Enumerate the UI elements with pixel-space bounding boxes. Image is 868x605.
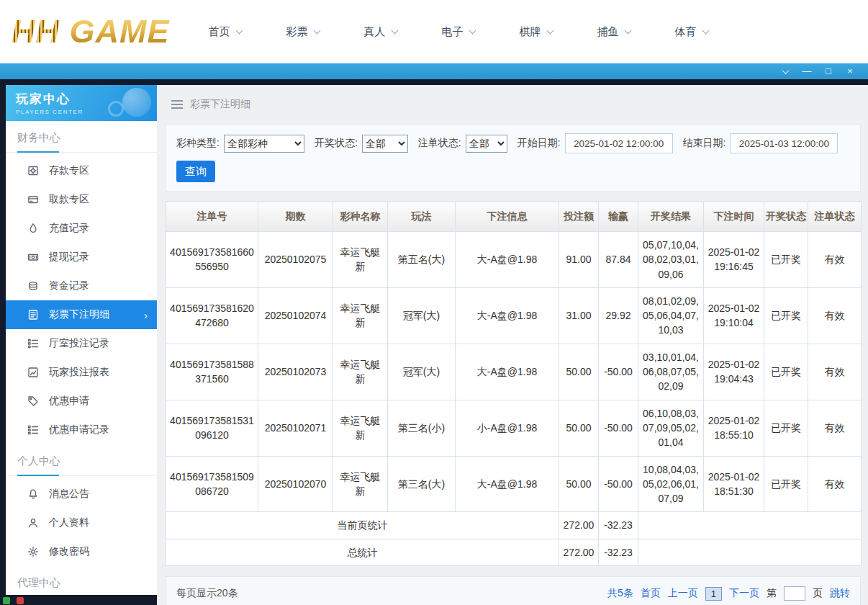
menu-icon[interactable] — [171, 100, 183, 109]
cell-bet-time: 2025-01-02 19:16:45 — [704, 232, 764, 288]
sidebar-item-funds-record[interactable]: 资金记录 — [6, 272, 157, 300]
bell-icon — [27, 488, 39, 500]
sidebar-item-player-bet-report[interactable]: 玩家投注报表 — [6, 358, 157, 387]
bet-table: 注单号 期数 彩种名称 玩法 下注信息 投注额 输赢 开奖结果 下注时间 开奖状… — [166, 201, 862, 566]
cell-result: 06,10,08,03,07,09,05,02,01,04 — [638, 400, 704, 456]
nav-label: 体育 — [675, 25, 697, 39]
cell-bet-info: 大-A盘@1.98 — [456, 232, 559, 288]
sidebar-item-label: 消息公告 — [49, 488, 89, 501]
sidebar-item-label: 优惠申请 — [49, 395, 89, 408]
summary-empty — [638, 512, 862, 539]
sidebar-item-withdraw[interactable]: 取款专区 — [6, 185, 157, 214]
cell-draw-status: 已开奖 — [764, 400, 808, 456]
cell-play: 第三名(小) — [388, 400, 456, 456]
nav-item-board-games[interactable]: 棋牌 — [520, 25, 553, 39]
sidebar-item-promo-apply-record[interactable]: 优惠申请记录 — [6, 416, 157, 444]
taskbar-icon-green[interactable] — [3, 597, 10, 604]
col-result: 开奖结果 — [638, 202, 704, 232]
cell-order-status: 有效 — [808, 400, 862, 456]
maximize-button[interactable]: □ — [818, 63, 839, 79]
cell-lottery: 幸运飞艇新 — [333, 456, 388, 512]
table-header-row: 注单号 期数 彩种名称 玩法 下注信息 投注额 输赢 开奖结果 下注时间 开奖状… — [166, 202, 862, 232]
personal-menu: 消息公告 个人资料 修改密码 — [6, 476, 157, 566]
col-lottery: 彩种名称 — [333, 202, 388, 232]
coins-icon — [27, 280, 39, 292]
sidebar-item-recharge-record[interactable]: 充值记录 — [6, 214, 157, 243]
section-heading-agent: 代理中心 — [6, 576, 157, 595]
cell-order-no: 401569173581531096120 — [166, 400, 258, 456]
start-date-input[interactable] — [565, 133, 673, 153]
sidebar-item-profile[interactable]: 个人资料 — [6, 508, 157, 537]
draw-status-select[interactable]: 全部 — [362, 135, 408, 153]
collapse-button[interactable] — [774, 63, 796, 79]
chevron-down-icon — [702, 27, 709, 34]
nav-item-live[interactable]: 真人 — [364, 25, 397, 39]
sidebar-item-announcements[interactable]: 消息公告 — [6, 480, 157, 508]
logo[interactable]: HH GAME — [12, 13, 170, 50]
first-page-link[interactable]: 首页 — [641, 587, 661, 600]
close-button[interactable]: × — [839, 63, 861, 79]
cell-order-no: 401569173581509086720 — [166, 456, 258, 512]
nav-item-lottery[interactable]: 彩票 — [286, 25, 320, 39]
chevron-down-icon — [391, 27, 398, 34]
jump-page-input[interactable] — [784, 586, 805, 601]
nav-item-electronic[interactable]: 电子 — [442, 25, 475, 39]
col-order-no: 注单号 — [166, 202, 258, 232]
chevron-down-icon — [235, 27, 243, 34]
sidebar-item-lottery-bet-detail[interactable]: 彩票下注明细› — [6, 300, 157, 329]
summary-win-loss: -32.23 — [599, 539, 638, 565]
page-title: 彩票下注明细 — [190, 98, 250, 111]
cell-lottery: 幸运飞艇新 — [333, 400, 388, 456]
lottery-type-select[interactable]: 全部彩种 — [224, 135, 304, 153]
sidebar: 玩家中心 PLAYERS CENTER 财务中心 存款专区 取款专区 充值记录 … — [6, 85, 157, 595]
cell-bet-time: 2025-01-02 18:55:10 — [704, 400, 764, 456]
col-win-loss: 输赢 — [599, 202, 638, 232]
cell-play: 冠军(大) — [388, 287, 456, 344]
cell-bet-info: 大-A盘@1.98 — [456, 344, 559, 400]
minimize-button[interactable]: — — [796, 63, 818, 79]
table-row: 401569173581588371560 20250102073 幸运飞艇新 … — [166, 344, 862, 400]
cell-play: 冠军(大) — [388, 344, 456, 400]
prev-page-link[interactable]: 上一页 — [668, 587, 698, 600]
cell-win-loss: -50.00 — [599, 344, 638, 400]
cell-play: 第五名(大) — [388, 232, 456, 288]
tag-icon — [27, 395, 39, 407]
chevron-down-icon — [782, 67, 789, 74]
sidebar-item-change-password[interactable]: 修改密码 — [6, 537, 157, 566]
sidebar-item-deposit[interactable]: 存款专区 — [6, 156, 157, 185]
chevron-down-icon — [546, 27, 553, 34]
lottery-type-label: 彩种类型: — [176, 137, 220, 150]
taskbar-icon-red[interactable] — [17, 597, 24, 604]
sidebar-item-hall-bet-record[interactable]: 厅室投注记录 — [6, 329, 157, 358]
cell-lottery: 幸运飞艇新 — [333, 344, 388, 400]
jump-button[interactable]: 跳转 — [830, 587, 850, 600]
col-draw-status: 开奖状态 — [764, 202, 808, 232]
nav-item-home[interactable]: 首页 — [209, 25, 242, 39]
search-button[interactable]: 查询 — [176, 161, 215, 182]
cell-order-status: 有效 — [808, 344, 862, 400]
cell-order-no: 401569173581660556950 — [166, 232, 258, 288]
window-frame: 玩家中心 PLAYERS CENTER 财务中心 存款专区 取款专区 充值记录 … — [0, 79, 868, 605]
nav-label: 电子 — [442, 25, 464, 39]
sidebar-item-promo-apply[interactable]: 优惠申请 — [6, 387, 157, 416]
order-status-select[interactable]: 全部 — [466, 135, 507, 153]
sidebar-item-label: 取款专区 — [49, 193, 89, 206]
sidebar-item-label: 充值记录 — [49, 222, 89, 235]
nav-item-sports[interactable]: 体育 — [675, 25, 708, 39]
cell-lottery: 幸运飞艇新 — [333, 232, 388, 288]
cell-order-no: 401569173581620472680 — [166, 287, 258, 344]
col-bet-time: 下注时间 — [704, 202, 764, 232]
cell-bet-info: 小-A盘@1.98 — [456, 400, 559, 456]
draw-status-label: 开奖状态: — [315, 137, 358, 150]
nav-item-fishing[interactable]: 捕鱼 — [597, 25, 630, 39]
sidebar-item-withdrawal-record[interactable]: 提现记录 — [6, 243, 157, 272]
total-count-text: 共5条 — [607, 587, 633, 600]
summary-row-total: 总统计 272.00 -32.23 — [166, 539, 862, 565]
cell-amount: 31.00 — [559, 287, 599, 344]
cell-play: 第三名(大) — [388, 456, 456, 512]
col-amount: 投注额 — [559, 202, 599, 232]
next-page-link[interactable]: 下一页 — [729, 587, 759, 600]
end-date-input[interactable] — [730, 133, 838, 153]
cell-amount: 91.00 — [559, 232, 599, 288]
current-page-badge[interactable]: 1 — [705, 587, 722, 601]
